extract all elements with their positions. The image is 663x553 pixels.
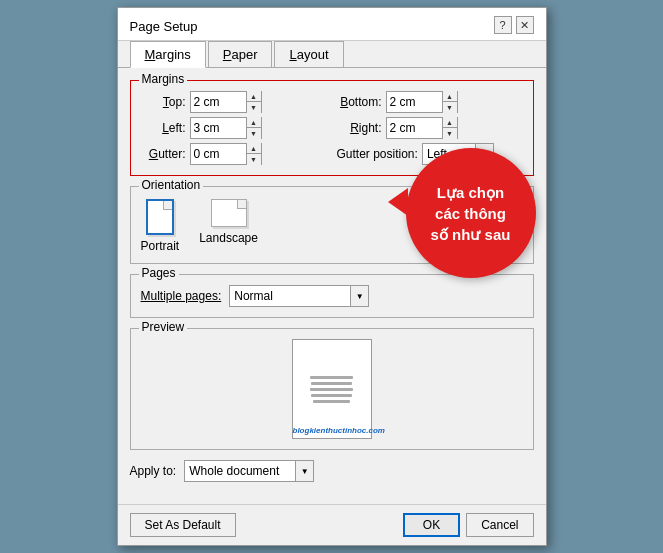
title-bar: Page Setup ? ✕ <box>118 8 546 41</box>
left-spin-buttons: ▲ ▼ <box>246 117 261 139</box>
right-spin-up[interactable]: ▲ <box>443 117 457 128</box>
bottom-spinner[interactable]: 2 cm ▲ ▼ <box>386 91 458 113</box>
footer-right-buttons: OK Cancel <box>403 513 534 537</box>
preview-group: Preview blogkienthuctinhoc.com <box>130 328 534 450</box>
tab-margins-label: Margins <box>145 47 191 62</box>
orientation-group-label: Orientation <box>139 178 204 192</box>
landscape-option[interactable]: Landscape <box>199 199 258 253</box>
left-row: Left: 3 cm ▲ ▼ <box>141 117 327 139</box>
ok-button[interactable]: OK <box>403 513 460 537</box>
dialog-footer: Set As Default OK Cancel <box>118 504 546 545</box>
set-as-default-button[interactable]: Set As Default <box>130 513 236 537</box>
gutter-value: 0 cm <box>191 143 246 165</box>
right-spin-buttons: ▲ ▼ <box>442 117 457 139</box>
apply-to-dropdown-button[interactable]: ▼ <box>295 461 313 481</box>
preview-watermark: blogkienthuctinhoc.com <box>293 426 385 435</box>
preview-line-2 <box>311 382 351 385</box>
left-label: Left: <box>141 121 186 135</box>
title-bar-controls: ? ✕ <box>494 16 534 34</box>
annotation-bubble: Lựa chọncác thôngsố như sau <box>406 148 536 278</box>
gutter-spinner[interactable]: 0 cm ▲ ▼ <box>190 143 262 165</box>
pages-row: Multiple pages: Normal ▼ <box>141 285 523 307</box>
gutter-row: Gutter: 0 cm ▲ ▼ <box>141 143 327 165</box>
apply-to-row: Apply to: Whole document ▼ <box>130 460 534 482</box>
bottom-spin-down[interactable]: ▼ <box>443 102 457 113</box>
left-spinner[interactable]: 3 cm ▲ ▼ <box>190 117 262 139</box>
dialog-body: Lựa chọncác thôngsố như sau Margins Top:… <box>118 67 546 504</box>
annotation-text: Lựa chọncác thôngsố như sau <box>431 182 511 245</box>
landscape-icon <box>211 199 247 227</box>
bottom-spin-up[interactable]: ▲ <box>443 91 457 102</box>
pages-group-label: Pages <box>139 266 179 280</box>
cancel-button[interactable]: Cancel <box>466 513 533 537</box>
tab-layout-label: Layout <box>289 47 328 62</box>
bottom-label: Bottom: <box>337 95 382 109</box>
preview-content: blogkienthuctinhoc.com <box>141 339 523 439</box>
bottom-value: 2 cm <box>387 91 442 113</box>
bottom-row: Bottom: 2 cm ▲ ▼ <box>337 91 523 113</box>
apply-to-value: Whole document <box>185 464 295 478</box>
left-spin-up[interactable]: ▲ <box>247 117 261 128</box>
portrait-option[interactable]: Portrait <box>141 199 180 253</box>
top-spin-up[interactable]: ▲ <box>247 91 261 102</box>
tab-margins[interactable]: Margins <box>130 41 206 68</box>
right-spin-down[interactable]: ▼ <box>443 128 457 139</box>
dialog-title: Page Setup <box>130 19 198 34</box>
close-button[interactable]: ✕ <box>516 16 534 34</box>
bottom-spin-buttons: ▲ ▼ <box>442 91 457 113</box>
preview-line-1 <box>310 376 353 379</box>
gutter-pos-label: Gutter position: <box>337 147 418 161</box>
page-setup-dialog: Page Setup ? ✕ Margins Paper Layout Lựa … <box>117 7 547 546</box>
tab-paper-label: Paper <box>223 47 258 62</box>
right-label: Right: <box>337 121 382 135</box>
gutter-spin-down[interactable]: ▼ <box>247 154 261 165</box>
top-label: Top: <box>141 95 186 109</box>
portrait-icon <box>146 199 174 235</box>
margins-group-label: Margins <box>139 72 188 86</box>
top-spin-buttons: ▲ ▼ <box>246 91 261 113</box>
right-row: Right: 2 cm ▲ ▼ <box>337 117 523 139</box>
landscape-label: Landscape <box>199 231 258 245</box>
preview-line-4 <box>311 394 351 397</box>
multiple-pages-label: Multiple pages: <box>141 289 222 303</box>
tab-layout[interactable]: Layout <box>274 41 343 67</box>
help-button[interactable]: ? <box>494 16 512 34</box>
multiple-pages-dropdown-button[interactable]: ▼ <box>350 286 368 306</box>
pages-group: Pages Multiple pages: Normal ▼ <box>130 274 534 318</box>
apply-to-dropdown[interactable]: Whole document ▼ <box>184 460 314 482</box>
top-row: Top: 2 cm ▲ ▼ <box>141 91 327 113</box>
multiple-pages-value: Normal <box>230 289 350 303</box>
gutter-spin-up[interactable]: ▲ <box>247 143 261 154</box>
preview-line-5 <box>313 400 350 403</box>
preview-page: blogkienthuctinhoc.com <box>292 339 372 439</box>
apply-to-label: Apply to: <box>130 464 177 478</box>
top-spinner[interactable]: 2 cm ▲ ▼ <box>190 91 262 113</box>
right-value: 2 cm <box>387 117 442 139</box>
preview-line-3 <box>310 388 353 391</box>
tab-paper[interactable]: Paper <box>208 41 273 67</box>
gutter-label: Gutter: <box>141 147 186 161</box>
left-value: 3 cm <box>191 117 246 139</box>
top-value: 2 cm <box>191 91 246 113</box>
tab-bar: Margins Paper Layout <box>118 41 546 67</box>
left-spin-down[interactable]: ▼ <box>247 128 261 139</box>
right-spinner[interactable]: 2 cm ▲ ▼ <box>386 117 458 139</box>
gutter-spin-buttons: ▲ ▼ <box>246 143 261 165</box>
preview-group-label: Preview <box>139 320 188 334</box>
portrait-label: Portrait <box>141 239 180 253</box>
top-spin-down[interactable]: ▼ <box>247 102 261 113</box>
multiple-pages-dropdown[interactable]: Normal ▼ <box>229 285 369 307</box>
